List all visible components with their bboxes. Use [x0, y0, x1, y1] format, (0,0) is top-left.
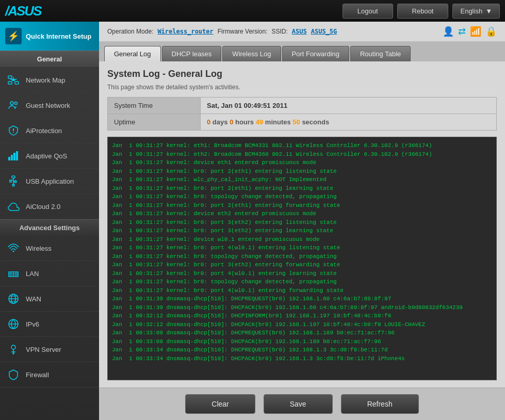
sidebar-item-network-map[interactable]: Network Map	[0, 68, 99, 93]
log-title: System Log - General Log	[107, 69, 497, 79]
sidebar-label-lan: LAN	[26, 270, 39, 278]
tab-wireless-log[interactable]: Wireless Log	[222, 46, 281, 61]
system-time-text: Sat, Jan 01 00:49:51 2011	[207, 102, 287, 109]
svg-point-12	[13, 132, 14, 133]
topbar: /ASUS Logout Reboot English ▼	[0, 0, 505, 22]
aiprotection-icon	[6, 123, 21, 138]
sidebar-label-aicloud: AiCloud 2.0	[26, 203, 60, 211]
svg-point-10	[15, 102, 18, 105]
sidebar-item-lan[interactable]: LAN	[0, 261, 99, 286]
qis-icon: ⚡	[5, 28, 22, 44]
lock-icon[interactable]: 🔒	[485, 26, 497, 37]
bottom-bar: Clear Save Refresh	[99, 387, 505, 420]
vpn-icon	[6, 342, 21, 357]
svg-rect-0	[8, 76, 12, 78]
sidebar-item-wireless[interactable]: Wireless	[0, 236, 99, 261]
sidebar-label-ipv6: IPv6	[26, 320, 39, 328]
wireless-icon	[6, 241, 21, 255]
sidebar-item-vpn-server[interactable]: VPN Server	[0, 337, 99, 362]
asus-logo: /ASUS	[5, 3, 41, 19]
aicloud-icon	[6, 199, 21, 214]
tabs-bar: General Log DHCP leases Wireless Log Por…	[99, 42, 505, 61]
tab-port-forwarding[interactable]: Port Forwarding	[282, 46, 349, 61]
sidebar-item-qis[interactable]: ⚡ Quick Internet Setup	[0, 22, 99, 51]
opmode-value[interactable]: Wireless_router	[157, 28, 213, 35]
svg-rect-17	[12, 176, 15, 178]
save-button[interactable]: Save	[264, 394, 333, 414]
svg-point-9	[10, 102, 13, 105]
ipv6-icon	[6, 317, 21, 331]
clear-button[interactable]: Clear	[185, 394, 255, 414]
sidebar-item-usb-application[interactable]: USB Application	[0, 169, 99, 194]
sidebar: ⚡ Quick Internet Setup General Network M…	[0, 22, 99, 420]
sidebar-item-aiprotection[interactable]: AiProtection	[0, 118, 99, 143]
ssid2-value[interactable]: ASUS_5G	[311, 28, 337, 35]
adaptive-qos-icon	[6, 149, 21, 163]
wan-icon	[6, 292, 21, 306]
log-output[interactable]: Jan 1 00:31:27 kernel: eth1: Broadcom BC…	[107, 137, 497, 380]
refresh-button[interactable]: Refresh	[341, 394, 419, 414]
content-area: Operation Mode: Wireless_router Firmware…	[99, 22, 505, 420]
sidebar-label-wireless: Wireless	[26, 245, 52, 252]
sidebar-item-guest-network[interactable]: Guest Network	[0, 93, 99, 118]
system-time-label: System Time	[108, 98, 201, 114]
lan-icon	[6, 266, 21, 281]
sidebar-advanced-header: Advanced Settings	[0, 219, 99, 236]
sidebar-label-usb-application: USB Application	[26, 177, 74, 185]
language-selector[interactable]: English ▼	[452, 4, 500, 19]
svg-rect-3	[15, 82, 19, 84]
chevron-down-icon: ▼	[485, 7, 492, 15]
sidebar-item-wan[interactable]: WAN	[0, 286, 99, 312]
sidebar-label-vpn-server: VPN Server	[26, 346, 61, 353]
svg-rect-15	[13, 153, 15, 160]
opmode-bar: Operation Mode: Wireless_router Firmware…	[99, 22, 505, 42]
sidebar-item-adaptive-qos[interactable]: Adaptive QoS	[0, 143, 99, 169]
opmode-label: Operation Mode:	[107, 28, 153, 35]
system-time-row: System Time Sat, Jan 01 00:49:51 2011	[108, 98, 497, 114]
firmware-label: Firmware Version:	[218, 28, 268, 35]
uptime-row: Uptime 0 days 0 hours 49 minutes 50 seco…	[108, 114, 497, 131]
sidebar-label-wan: WAN	[26, 295, 41, 303]
language-label: English	[460, 7, 482, 15]
ssid-label: SSID:	[271, 28, 287, 35]
svg-point-37	[11, 345, 15, 349]
svg-point-24	[13, 251, 14, 252]
opmode-icons: 👤 ⇄ 📶 🔒	[443, 26, 497, 37]
svg-rect-16	[16, 151, 18, 160]
logout-button[interactable]: Logout	[343, 4, 393, 19]
sidebar-label-adaptive-qos: Adaptive QoS	[26, 152, 67, 160]
sidebar-item-firewall[interactable]: Firewall	[0, 362, 99, 387]
svg-rect-20	[10, 180, 11, 182]
sidebar-item-aicloud[interactable]: AiCloud 2.0	[0, 194, 99, 219]
tab-routing-table[interactable]: Routing Table	[350, 46, 411, 61]
log-description: This page shows the detailed system's ac…	[107, 84, 497, 91]
ssid1-value[interactable]: ASUS	[292, 28, 307, 35]
sidebar-label-guest-network: Guest Network	[26, 102, 70, 109]
network-map-icon	[6, 73, 21, 87]
sidebar-item-ipv6[interactable]: IPv6	[0, 312, 99, 337]
system-time-value: Sat, Jan 01 00:49:51 2011	[201, 98, 497, 114]
tab-general-log[interactable]: General Log	[104, 46, 161, 61]
sidebar-general-header: General	[0, 51, 99, 68]
info-table: System Time Sat, Jan 01 00:49:51 2011 Up…	[107, 97, 497, 131]
svg-rect-2	[8, 82, 12, 84]
reboot-button[interactable]: Reboot	[397, 4, 449, 19]
tab-dhcp-leases[interactable]: DHCP leases	[162, 46, 222, 61]
share-icon[interactable]: ⇄	[458, 26, 466, 37]
wifi-icon[interactable]: 📶	[470, 26, 481, 37]
log-area: System Log - General Log This page shows…	[99, 61, 505, 387]
main-layout: ⚡ Quick Internet Setup General Network M…	[0, 22, 505, 420]
usb-icon	[6, 174, 21, 188]
uptime-value: 0 days 0 hours 49 minutes 50 seconds	[201, 114, 497, 131]
sidebar-label-firewall: Firewall	[26, 371, 49, 379]
qis-label: Quick Internet Setup	[26, 33, 91, 40]
guest-network-icon	[6, 98, 21, 112]
sidebar-label-network-map: Network Map	[26, 76, 66, 84]
firewall-icon	[6, 367, 21, 382]
sidebar-label-aiprotection: AiProtection	[26, 127, 62, 135]
svg-rect-13	[8, 157, 10, 160]
uptime-label: Uptime	[108, 114, 201, 131]
svg-rect-14	[11, 155, 13, 160]
person-icon[interactable]: 👤	[443, 26, 454, 37]
